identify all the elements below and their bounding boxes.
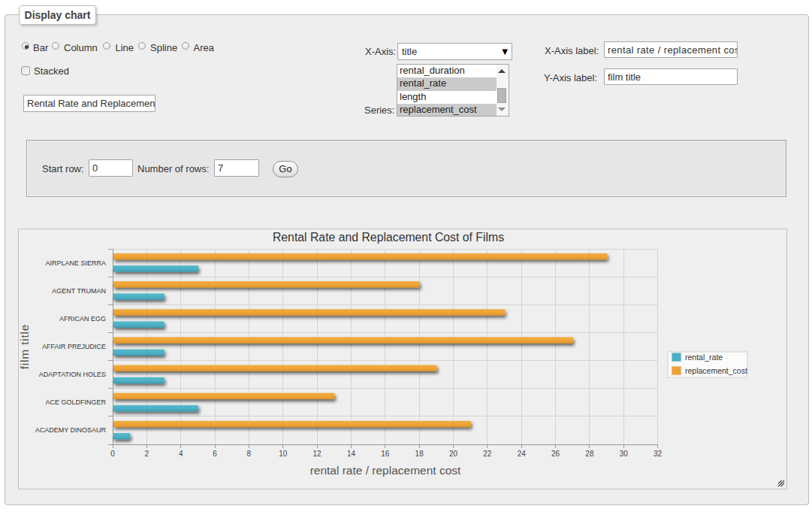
svg-text:AFFAIR PREJUDICE: AFFAIR PREJUDICE bbox=[42, 343, 106, 350]
svg-text:12: 12 bbox=[313, 450, 322, 458]
svg-text:Rental Rate and Replacement Co: Rental Rate and Replacement Cost of Film… bbox=[273, 231, 504, 244]
svg-text:18: 18 bbox=[415, 450, 424, 458]
svg-text:4: 4 bbox=[179, 450, 183, 458]
svg-text:28: 28 bbox=[585, 450, 594, 458]
svg-text:ADAPTATION HOLES: ADAPTATION HOLES bbox=[39, 371, 106, 378]
svg-text:2: 2 bbox=[145, 450, 149, 458]
svg-text:24: 24 bbox=[518, 450, 527, 458]
svg-text:20: 20 bbox=[449, 450, 458, 458]
svg-text:30: 30 bbox=[620, 450, 629, 458]
svg-text:AFRICAN EGG: AFRICAN EGG bbox=[59, 315, 106, 323]
svg-text:14: 14 bbox=[347, 450, 356, 458]
svg-text:32: 32 bbox=[654, 450, 663, 458]
svg-text:22: 22 bbox=[483, 450, 492, 458]
svg-text:AGENT TRUMAN: AGENT TRUMAN bbox=[52, 287, 106, 295]
svg-text:0: 0 bbox=[110, 450, 115, 458]
svg-text:10: 10 bbox=[279, 450, 288, 458]
svg-text:8: 8 bbox=[247, 450, 252, 458]
svg-text:rental rate / replacement cost: rental rate / replacement cost bbox=[310, 464, 461, 477]
svg-text:ACADEMY DINOSAUR: ACADEMY DINOSAUR bbox=[35, 426, 107, 434]
svg-text:16: 16 bbox=[381, 450, 390, 458]
svg-text:rental_rate: rental_rate bbox=[685, 353, 723, 362]
svg-text:ACE GOLDFINGER: ACE GOLDFINGER bbox=[45, 398, 106, 406]
svg-text:26: 26 bbox=[551, 450, 560, 458]
svg-text:replacement_cost: replacement_cost bbox=[685, 366, 747, 375]
svg-text:film title: film title bbox=[18, 324, 31, 370]
svg-text:6: 6 bbox=[213, 450, 217, 458]
svg-text:AIRPLANE SIERRA: AIRPLANE SIERRA bbox=[45, 259, 106, 267]
